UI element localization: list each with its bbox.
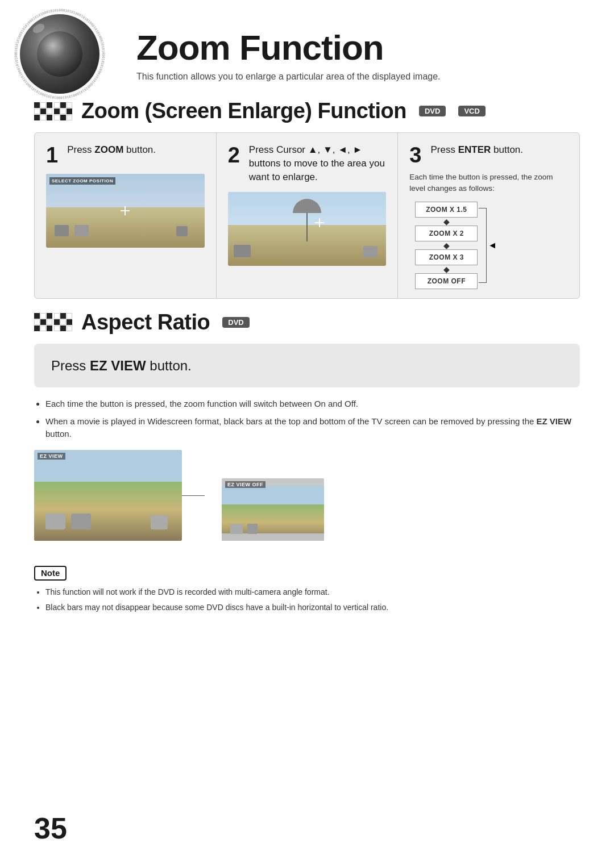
page-header: 0101010100010101000101010001010100010101… [0,0,614,93]
aspect-bullet-2: When a movie is played in Widescreen for… [45,415,580,441]
section1-icon [34,102,72,120]
step1-image: SELECT ZOOM POSITION [46,174,205,248]
checker-icon-1 [34,102,52,120]
zoom-level-4: ZOOM OFF [415,273,478,289]
ez-view-image-large: EZ VIEW [34,450,182,541]
step3-text: Press ENTER button. [430,143,523,157]
note-list: This function will not work if the DVD i… [34,586,580,614]
step-3: 3 Press ENTER button. Each time the butt… [398,133,579,298]
ez-view-step-text: Press EZ VIEW button. [51,356,563,375]
note-box: Note [34,566,67,581]
aspect-section: Press EZ VIEW button. Each time the butt… [34,344,580,614]
step2-number: 2 [228,144,240,166]
ez-view-label: EZ VIEW [38,453,65,460]
bracket-line [479,208,487,283]
zoom-arrow-3: ◆ [443,265,450,273]
ez-view-image-small: EZ VIEW OFF [222,478,324,541]
step3-number: 3 [409,144,421,166]
badge-dvd-2: DVD [222,317,249,328]
ez-view-images: EZ VIEW EZ VIEW OFF [34,450,580,541]
page-subtitle: This function allows you to enlarge a pa… [136,72,441,82]
step3-bold: ENTER [458,144,491,155]
connect-line [182,495,205,496]
logo-area: 0101010100010101000101010001010100010101… [11,6,108,102]
step3-suffix: button. [491,144,523,155]
checker-icon-2 [54,102,72,120]
page-title: Zoom Function [136,28,441,67]
zoom-arrow-1: ◆ [443,218,450,226]
section1-title: Zoom (Screen Enlarge) Function [81,99,406,123]
title-area: Zoom Function This function allows you t… [136,17,441,82]
logo-lens [20,14,99,94]
note-label: Note [41,568,60,578]
zoom-levels: ZOOM X 1.5 ◆ ZOOM X 2 ◆ ZOOM X 3 ◆ ZOOM … [415,202,478,289]
steps-container: 1 Press ZOOM button. SELECT ZOOM POSITIO… [34,132,580,299]
step3-notes: Each time the button is pressed, the zoo… [409,172,568,195]
zoom-arrow-2: ◆ [443,241,450,249]
bracket-arrow: ◄ [488,202,497,289]
zoom-level-2: ZOOM X 2 [415,226,478,241]
connect-indicator [182,450,205,541]
step2-crosshair [315,218,324,227]
step-1: 1 Press ZOOM button. SELECT ZOOM POSITIO… [35,133,217,298]
ez-view-step-box: Press EZ VIEW button. [34,344,580,388]
note-section: Note This function will not work if the … [34,554,580,614]
section2-icon [34,313,72,331]
step2-text: Press Cursor ▲, ▼, ◄, ► buttons to move … [249,143,387,183]
step-2: 2 Press Cursor ▲, ▼, ◄, ► buttons to mov… [217,133,399,298]
step1-image-label: SELECT ZOOM POSITION [49,177,115,185]
step1-bold: ZOOM [94,144,123,155]
zoom-chart: ZOOM X 1.5 ◆ ZOOM X 2 ◆ ZOOM X 3 ◆ ZOOM … [415,202,568,289]
ez-view-off-label: EZ VIEW OFF [225,481,265,488]
zoom-bracket: ◄ [479,202,497,289]
step2-image [228,192,387,266]
step1-text: Press ZOOM button. [67,143,156,157]
note-item-1: This function will not work if the DVD i… [45,586,580,598]
checker-icon-3 [34,313,52,331]
section2-header: Aspect Ratio DVD [34,310,580,335]
aspect-bullets: Each time the button is pressed, the zoo… [34,398,580,441]
section1-header: Zoom (Screen Enlarge) Function DVD VCD [34,99,580,123]
ez-view-bold: EZ VIEW [90,358,146,373]
zoom-level-1: ZOOM X 1.5 [415,202,478,218]
section2-title: Aspect Ratio [81,310,210,335]
badge-dvd: DVD [419,106,446,116]
checker-icon-4 [54,313,72,331]
note-item-2: Black bars may not disappear because som… [45,602,580,614]
page-number: 35 [34,811,67,845]
aspect-bullet-1: Each time the button is pressed, the zoo… [45,398,580,411]
ez-view-suffix: button. [146,358,192,373]
step1-crosshair [121,206,130,215]
step1-number: 1 [46,144,58,166]
zoom-level-3: ZOOM X 3 [415,249,478,265]
badge-vcd: VCD [458,106,485,116]
